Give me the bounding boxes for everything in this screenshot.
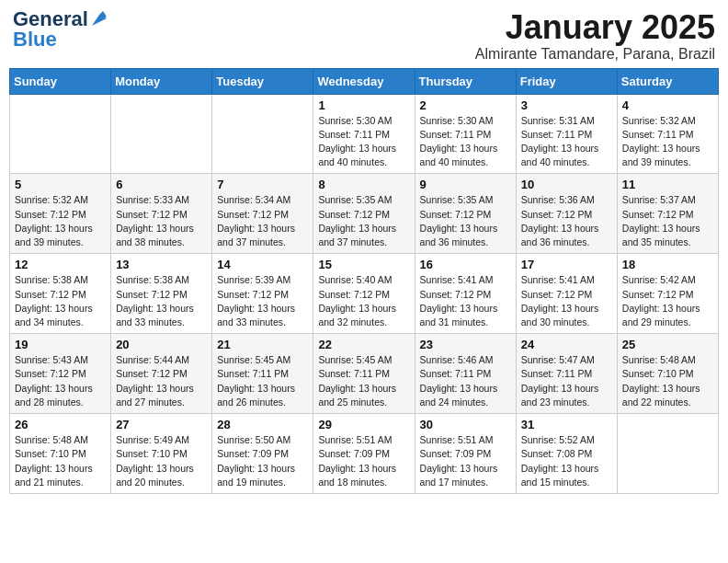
calendar-header-row: SundayMondayTuesdayWednesdayThursdayFrid… <box>10 68 719 94</box>
day-info: Sunrise: 5:46 AM Sunset: 7:11 PM Dayligh… <box>420 353 511 409</box>
day-number: 13 <box>116 258 207 271</box>
calendar-cell: 11Sunrise: 5:37 AM Sunset: 7:12 PM Dayli… <box>617 174 718 254</box>
day-number: 9 <box>420 178 511 191</box>
calendar-cell <box>111 94 212 174</box>
day-number: 28 <box>217 418 308 431</box>
calendar-cell: 7Sunrise: 5:34 AM Sunset: 7:12 PM Daylig… <box>212 174 313 254</box>
calendar-cell: 24Sunrise: 5:47 AM Sunset: 7:11 PM Dayli… <box>516 334 617 414</box>
calendar-cell: 30Sunrise: 5:51 AM Sunset: 7:09 PM Dayli… <box>415 414 516 494</box>
day-number: 30 <box>420 418 511 431</box>
day-info: Sunrise: 5:52 AM Sunset: 7:08 PM Dayligh… <box>521 433 612 489</box>
day-number: 16 <box>420 258 511 271</box>
day-info: Sunrise: 5:49 AM Sunset: 7:10 PM Dayligh… <box>116 433 207 489</box>
day-info: Sunrise: 5:41 AM Sunset: 7:12 PM Dayligh… <box>420 273 511 329</box>
calendar-cell: 16Sunrise: 5:41 AM Sunset: 7:12 PM Dayli… <box>415 254 516 334</box>
day-number: 27 <box>116 418 207 431</box>
day-number: 18 <box>622 258 713 271</box>
day-info: Sunrise: 5:43 AM Sunset: 7:12 PM Dayligh… <box>15 353 106 409</box>
calendar-cell: 1Sunrise: 5:30 AM Sunset: 7:11 PM Daylig… <box>313 94 415 174</box>
calendar-cell: 9Sunrise: 5:35 AM Sunset: 7:12 PM Daylig… <box>415 174 516 254</box>
day-number: 24 <box>521 338 612 351</box>
day-info: Sunrise: 5:30 AM Sunset: 7:11 PM Dayligh… <box>318 114 409 170</box>
day-number: 29 <box>318 418 409 431</box>
day-info: Sunrise: 5:48 AM Sunset: 7:10 PM Dayligh… <box>15 433 106 489</box>
calendar-cell: 6Sunrise: 5:33 AM Sunset: 7:12 PM Daylig… <box>111 174 212 254</box>
day-number: 20 <box>116 338 207 351</box>
day-number: 1 <box>318 98 409 112</box>
calendar-week-row: 19Sunrise: 5:43 AM Sunset: 7:12 PM Dayli… <box>10 334 719 414</box>
day-info: Sunrise: 5:39 AM Sunset: 7:12 PM Dayligh… <box>217 273 308 329</box>
day-number: 31 <box>521 418 612 431</box>
title-section: January 2025 Almirante Tamandare, Parana… <box>475 9 715 63</box>
day-number: 2 <box>420 98 511 112</box>
day-number: 8 <box>318 178 409 191</box>
day-number: 14 <box>217 258 308 271</box>
day-number: 4 <box>622 98 713 112</box>
page-header: General Blue January 2025 Almirante Tama… <box>9 9 719 63</box>
day-info: Sunrise: 5:35 AM Sunset: 7:12 PM Dayligh… <box>318 193 409 249</box>
calendar-cell: 27Sunrise: 5:49 AM Sunset: 7:10 PM Dayli… <box>111 414 212 494</box>
month-title: January 2025 <box>475 9 715 46</box>
calendar-week-row: 12Sunrise: 5:38 AM Sunset: 7:12 PM Dayli… <box>10 254 719 334</box>
calendar-cell: 26Sunrise: 5:48 AM Sunset: 7:10 PM Dayli… <box>10 414 111 494</box>
calendar-table: SundayMondayTuesdayWednesdayThursdayFrid… <box>9 68 719 494</box>
calendar-cell: 23Sunrise: 5:46 AM Sunset: 7:11 PM Dayli… <box>415 334 516 414</box>
day-info: Sunrise: 5:40 AM Sunset: 7:12 PM Dayligh… <box>318 273 409 329</box>
day-info: Sunrise: 5:51 AM Sunset: 7:09 PM Dayligh… <box>420 433 511 489</box>
logo-bird-icon <box>90 9 107 29</box>
day-number: 10 <box>521 178 612 191</box>
day-info: Sunrise: 5:36 AM Sunset: 7:12 PM Dayligh… <box>521 193 612 249</box>
day-info: Sunrise: 5:37 AM Sunset: 7:12 PM Dayligh… <box>622 193 713 249</box>
calendar-cell: 14Sunrise: 5:39 AM Sunset: 7:12 PM Dayli… <box>212 254 313 334</box>
calendar-cell <box>617 414 718 494</box>
day-info: Sunrise: 5:30 AM Sunset: 7:11 PM Dayligh… <box>420 114 511 170</box>
calendar-cell: 18Sunrise: 5:42 AM Sunset: 7:12 PM Dayli… <box>617 254 718 334</box>
logo: General Blue <box>13 9 107 52</box>
calendar-week-row: 1Sunrise: 5:30 AM Sunset: 7:11 PM Daylig… <box>10 94 719 174</box>
day-number: 22 <box>318 338 409 351</box>
day-number: 15 <box>318 258 409 271</box>
day-number: 19 <box>15 338 106 351</box>
location-text: Almirante Tamandare, Parana, Brazil <box>475 46 715 63</box>
day-info: Sunrise: 5:45 AM Sunset: 7:11 PM Dayligh… <box>318 353 409 409</box>
day-info: Sunrise: 5:45 AM Sunset: 7:11 PM Dayligh… <box>217 353 308 409</box>
weekday-header-thursday: Thursday <box>415 68 516 94</box>
day-info: Sunrise: 5:48 AM Sunset: 7:10 PM Dayligh… <box>622 353 713 409</box>
calendar-cell: 17Sunrise: 5:41 AM Sunset: 7:12 PM Dayli… <box>516 254 617 334</box>
day-number: 6 <box>116 178 207 191</box>
calendar-cell: 3Sunrise: 5:31 AM Sunset: 7:11 PM Daylig… <box>516 94 617 174</box>
day-number: 7 <box>217 178 308 191</box>
day-number: 21 <box>217 338 308 351</box>
day-info: Sunrise: 5:33 AM Sunset: 7:12 PM Dayligh… <box>116 193 207 249</box>
day-info: Sunrise: 5:34 AM Sunset: 7:12 PM Dayligh… <box>217 193 308 249</box>
day-info: Sunrise: 5:41 AM Sunset: 7:12 PM Dayligh… <box>521 273 612 329</box>
day-info: Sunrise: 5:47 AM Sunset: 7:11 PM Dayligh… <box>521 353 612 409</box>
calendar-cell: 2Sunrise: 5:30 AM Sunset: 7:11 PM Daylig… <box>415 94 516 174</box>
day-info: Sunrise: 5:50 AM Sunset: 7:09 PM Dayligh… <box>217 433 308 489</box>
day-info: Sunrise: 5:31 AM Sunset: 7:11 PM Dayligh… <box>521 114 612 170</box>
weekday-header-sunday: Sunday <box>10 68 111 94</box>
calendar-cell: 12Sunrise: 5:38 AM Sunset: 7:12 PM Dayli… <box>10 254 111 334</box>
day-number: 5 <box>15 178 106 191</box>
calendar-cell: 21Sunrise: 5:45 AM Sunset: 7:11 PM Dayli… <box>212 334 313 414</box>
day-info: Sunrise: 5:32 AM Sunset: 7:12 PM Dayligh… <box>15 193 106 249</box>
logo-blue-text: Blue <box>13 28 57 52</box>
day-info: Sunrise: 5:38 AM Sunset: 7:12 PM Dayligh… <box>116 273 207 329</box>
calendar-cell: 5Sunrise: 5:32 AM Sunset: 7:12 PM Daylig… <box>10 174 111 254</box>
day-number: 3 <box>521 98 612 112</box>
day-number: 25 <box>622 338 713 351</box>
weekday-header-saturday: Saturday <box>617 68 718 94</box>
day-number: 12 <box>15 258 106 271</box>
calendar-cell: 10Sunrise: 5:36 AM Sunset: 7:12 PM Dayli… <box>516 174 617 254</box>
calendar-cell: 22Sunrise: 5:45 AM Sunset: 7:11 PM Dayli… <box>313 334 415 414</box>
calendar-cell: 4Sunrise: 5:32 AM Sunset: 7:11 PM Daylig… <box>617 94 718 174</box>
calendar-week-row: 5Sunrise: 5:32 AM Sunset: 7:12 PM Daylig… <box>10 174 719 254</box>
calendar-cell: 25Sunrise: 5:48 AM Sunset: 7:10 PM Dayli… <box>617 334 718 414</box>
weekday-header-wednesday: Wednesday <box>313 68 415 94</box>
day-number: 17 <box>521 258 612 271</box>
calendar-cell: 8Sunrise: 5:35 AM Sunset: 7:12 PM Daylig… <box>313 174 415 254</box>
day-number: 23 <box>420 338 511 351</box>
weekday-header-monday: Monday <box>111 68 212 94</box>
calendar-cell <box>212 94 313 174</box>
calendar-week-row: 26Sunrise: 5:48 AM Sunset: 7:10 PM Dayli… <box>10 414 719 494</box>
